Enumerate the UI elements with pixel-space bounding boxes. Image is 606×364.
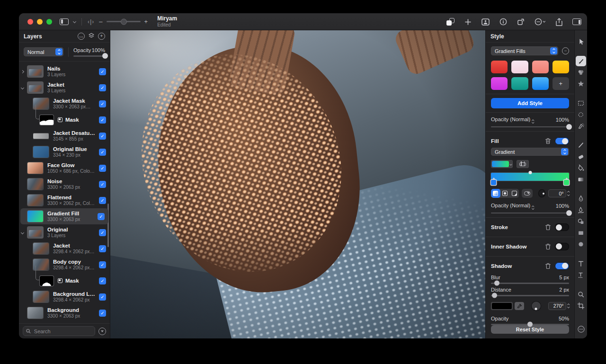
zoom-window-button[interactable] [46, 19, 52, 25]
toggle-sidebar-icon[interactable] [60, 18, 69, 25]
shadow-toggle[interactable] [555, 262, 569, 270]
shadow-blur-slider[interactable] [491, 283, 569, 284]
layer-row-jacket-mask[interactable]: Jacket Mask3300 × 2063 pxMask✓ [19, 96, 110, 112]
layers-opacity-slider[interactable] [73, 55, 105, 57]
shadow-color-well[interactable] [491, 302, 513, 310]
layer-visibility-checkbox[interactable]: ✓ [99, 245, 106, 252]
gradient-swatch-salmon[interactable] [532, 61, 549, 73]
layer-filter-icon[interactable] [98, 328, 106, 335]
layer-row-mask-13[interactable]: Mask✓ [19, 273, 110, 289]
layer-row-face-glow[interactable]: Face Glow1050 × 686 px, Color Adjustme…✓ [19, 160, 110, 176]
minimize-window-button[interactable] [37, 19, 43, 25]
layer-visibility-checkbox[interactable]: ✓ [99, 133, 106, 140]
fill-toggle[interactable] [555, 137, 569, 145]
layer-row-nails[interactable]: Nails3 Layers✓ [19, 63, 110, 80]
gradient-swatch-yellow[interactable] [553, 61, 569, 73]
layer-visibility-checkbox[interactable]: ✓ [99, 165, 106, 172]
tools-more-icon[interactable] [576, 324, 586, 334]
inner-shadow-toggle[interactable] [555, 243, 569, 250]
gradient-swatch-red[interactable] [491, 61, 508, 73]
stroke-trash-icon[interactable] [545, 224, 551, 231]
layer-row-background-layer[interactable]: Background Layer3298.4 × 2062 px✓ [19, 289, 110, 305]
fill-opacity-slider[interactable] [491, 213, 569, 214]
gradient-type-angle-button[interactable] [510, 189, 519, 198]
gradient-stop-blue[interactable] [491, 180, 496, 185]
close-window-button[interactable] [27, 19, 33, 25]
layer-visibility-checkbox[interactable]: ✓ [99, 197, 106, 204]
layer-search-box[interactable] [23, 326, 95, 336]
gradient-type-radial-button[interactable] [500, 189, 510, 198]
gradient-swatch-blush[interactable] [511, 61, 528, 73]
layer-visibility-checkbox[interactable]: ✓ [99, 149, 106, 156]
layers-more-icon[interactable]: … [78, 33, 85, 40]
layer-visibility-checkbox[interactable]: ✓ [99, 100, 106, 107]
shadow-opacity-slider[interactable] [491, 324, 569, 325]
add-layer-icon[interactable] [464, 18, 472, 26]
sidebar-options-chevron-icon[interactable] [73, 20, 76, 23]
tool-shape-icon[interactable] [576, 216, 586, 227]
zoom-out-button[interactable]: – [99, 18, 102, 25]
zoom-slider[interactable] [107, 21, 141, 22]
layer-visibility-checkbox[interactable]: ✓ [98, 213, 105, 220]
toggle-right-sidebar-icon[interactable] [572, 18, 581, 25]
fill-angle-dial[interactable] [538, 189, 545, 197]
eyedropper-icon[interactable] [515, 302, 524, 310]
blend-mode-dropdown[interactable]: Normal [24, 47, 63, 56]
fill-angle-input[interactable]: 0° [548, 189, 566, 197]
tool-fill-icon[interactable] [576, 163, 586, 173]
tool-effects-icon[interactable] [576, 79, 586, 89]
compare-view-icon[interactable]: ‹|› [88, 18, 94, 25]
tool-warp-type-icon[interactable] [576, 270, 586, 280]
fill-angle-stepper[interactable] [568, 191, 570, 195]
layer-row-mask-3[interactable]: Mask✓ [19, 112, 110, 128]
tool-quick-selection-icon[interactable] [576, 121, 586, 131]
gradient-presets-button[interactable] [517, 160, 529, 168]
gradient-swatch-teal[interactable] [511, 77, 528, 90]
layer-visibility-checkbox[interactable]: ✓ [99, 293, 106, 301]
layer-visibility-checkbox[interactable]: ✓ [99, 68, 106, 75]
style-opacity-slider[interactable] [491, 126, 569, 128]
shadow-trash-icon[interactable] [545, 263, 551, 269]
collapse-group-icon[interactable] [21, 87, 24, 89]
layer-row-jacket[interactable]: Jacket3 Layers✓ [19, 80, 110, 96]
gradient-stop-green[interactable] [564, 180, 569, 185]
expand-group-icon[interactable] [21, 71, 24, 73]
reverse-gradient-button[interactable] [522, 189, 532, 198]
copy-style-icon[interactable] [446, 18, 454, 26]
layer-visibility-checkbox[interactable]: ✓ [99, 116, 106, 124]
rotate-icon[interactable] [517, 18, 525, 26]
tool-arrange-icon[interactable] [576, 36, 586, 47]
add-style-button[interactable]: Add Style [491, 98, 569, 108]
add-swatch-button[interactable]: + [553, 77, 569, 90]
gradient-swatch-dropdown[interactable] [491, 160, 513, 168]
layer-row-flattened[interactable]: Flattened3300 × 2062 px, Color Adjust…✓ [19, 192, 110, 208]
layer-row-original-blue[interactable]: Original Blue334 × 230 px✓ [19, 144, 110, 160]
collapse-group-icon[interactable] [21, 231, 24, 234]
share-icon[interactable] [556, 18, 562, 26]
info-icon[interactable] [499, 18, 507, 26]
gradient-swatch-blue[interactable] [532, 77, 549, 90]
layer-visibility-checkbox[interactable]: ✓ [99, 277, 106, 284]
tool-paint-icon[interactable] [576, 140, 586, 151]
layer-row-jacket-desaturated[interactable]: Jacket Desaturated3145 × 855 px✓ [19, 128, 110, 144]
more-tools-icon[interactable] [535, 18, 546, 26]
style-presets-dropdown[interactable]: Gradient Fills [491, 46, 558, 55]
layer-visibility-checkbox[interactable]: ✓ [99, 181, 106, 188]
gradient-midpoint-handle[interactable] [528, 171, 532, 174]
zoom-in-button[interactable]: + [144, 18, 148, 25]
layer-visibility-checkbox[interactable]: ✓ [99, 310, 106, 317]
tool-style-icon[interactable] [576, 56, 586, 66]
tool-ellipse-icon[interactable] [576, 239, 586, 249]
gradient-swatch-magenta[interactable] [491, 77, 508, 90]
shadow-angle-stepper[interactable] [568, 304, 570, 308]
tool-color-adjustments-icon[interactable] [576, 67, 586, 78]
tool-zoom-icon[interactable] [576, 289, 586, 300]
photo-browser-icon[interactable] [481, 18, 490, 26]
layer-row-noise[interactable]: Noise3300 × 2063 px✓ [19, 176, 110, 192]
layer-row-original[interactable]: Original3 Layers✓ [19, 224, 110, 240]
tool-freeform-pen-icon[interactable] [576, 205, 586, 215]
shadow-distance-slider[interactable] [491, 295, 569, 296]
tool-type-icon[interactable] [576, 258, 586, 269]
shadow-angle-dial[interactable] [531, 301, 541, 311]
remove-preset-icon[interactable]: – [562, 47, 569, 54]
